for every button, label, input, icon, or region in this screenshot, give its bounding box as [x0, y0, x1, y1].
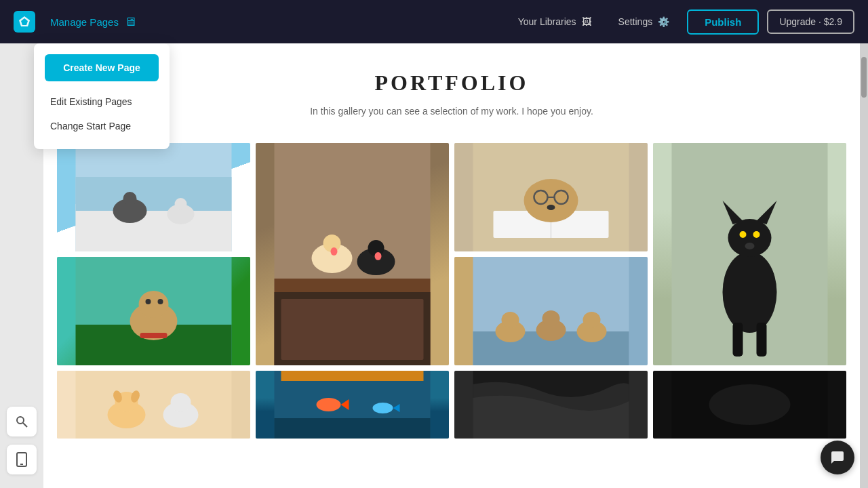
svg-point-52 — [502, 312, 519, 328]
publish-button[interactable]: Publish — [687, 9, 759, 35]
svg-point-13 — [175, 198, 187, 210]
navbar-right: Your Libraries 🖼 Settings ⚙️ Publish Upg… — [509, 9, 854, 35]
gallery-item[interactable] — [454, 143, 648, 251]
svg-point-56 — [583, 312, 601, 328]
svg-point-33 — [723, 251, 777, 333]
svg-point-69 — [373, 403, 393, 413]
svg-rect-57 — [76, 371, 232, 439]
svg-rect-8 — [76, 204, 232, 251]
svg-point-73 — [709, 384, 791, 425]
create-new-page-button[interactable]: Create New Page — [45, 54, 159, 81]
svg-point-31 — [547, 205, 555, 210]
monitor-icon: 🖥 — [124, 15, 136, 29]
scroll-thumb[interactable] — [861, 57, 867, 98]
change-start-page-button[interactable]: Change Start Page — [45, 114, 159, 138]
svg-point-39 — [745, 243, 755, 249]
svg-rect-17 — [281, 299, 424, 360]
svg-rect-41 — [757, 323, 767, 357]
photo-gallery — [43, 132, 860, 449]
libraries-icon: 🖼 — [582, 16, 591, 27]
navbar: Manage Pages 🖥 Your Libraries 🖼 Settings… — [0, 0, 868, 43]
svg-point-34 — [728, 219, 772, 257]
gallery-item[interactable] — [57, 371, 250, 439]
manage-pages-label: Manage Pages — [50, 16, 119, 28]
manage-pages-dropdown: Create New Page Edit Existing Pages Chan… — [34, 43, 170, 149]
gear-icon: ⚙️ — [658, 16, 669, 27]
svg-rect-66 — [281, 371, 424, 381]
gallery-item[interactable] — [256, 371, 449, 439]
svg-point-23 — [375, 252, 382, 260]
upgrade-button[interactable]: Upgrade · $2.9 — [767, 9, 854, 34]
svg-point-22 — [331, 247, 338, 256]
settings-button[interactable]: Settings ⚙️ — [609, 11, 679, 33]
svg-point-47 — [146, 299, 151, 304]
svg-point-11 — [123, 192, 137, 205]
svg-point-2 — [17, 417, 24, 424]
svg-point-45 — [139, 291, 169, 318]
svg-rect-9 — [76, 177, 232, 211]
logo-icon[interactable] — [14, 11, 35, 33]
scrollbar[interactable] — [860, 43, 868, 488]
svg-point-54 — [542, 310, 560, 327]
svg-rect-46 — [140, 333, 167, 338]
portfolio-title: PORTFOLIO — [57, 70, 846, 96]
svg-point-67 — [317, 398, 341, 411]
mobile-preview-icon[interactable] — [7, 445, 37, 474]
gallery-item[interactable] — [256, 143, 449, 365]
svg-point-61 — [171, 393, 191, 412]
manage-pages-button[interactable]: Manage Pages 🖥 — [43, 11, 143, 33]
svg-point-48 — [158, 299, 163, 304]
navbar-left: Manage Pages 🖥 — [14, 11, 143, 33]
chat-button[interactable] — [821, 441, 854, 474]
search-panel-icon[interactable] — [7, 407, 37, 436]
svg-line-3 — [23, 423, 27, 427]
svg-rect-65 — [275, 418, 431, 439]
gallery-item[interactable] — [454, 371, 648, 439]
portfolio-subtitle: In this gallery you can see a selection … — [57, 104, 846, 119]
svg-point-37 — [740, 231, 747, 238]
gallery-item[interactable] — [57, 143, 250, 251]
gallery-item[interactable] — [454, 257, 648, 365]
svg-rect-40 — [733, 323, 743, 357]
edit-existing-pages-button[interactable]: Edit Existing Pages — [45, 89, 159, 114]
gallery-item[interactable] — [653, 371, 846, 439]
svg-point-27 — [524, 179, 578, 222]
svg-point-38 — [753, 231, 760, 238]
gallery-item[interactable] — [57, 257, 250, 365]
your-libraries-label: Your Libraries — [518, 16, 576, 27]
settings-label: Settings — [618, 16, 653, 27]
your-libraries-button[interactable]: Your Libraries 🖼 — [509, 11, 601, 33]
gallery-item[interactable] — [653, 143, 846, 365]
